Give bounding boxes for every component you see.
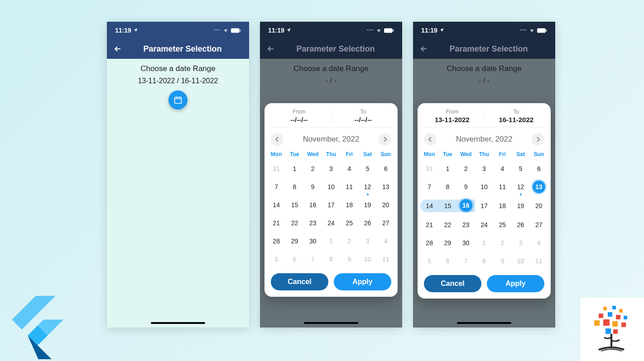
home-indicator[interactable] [457,322,511,324]
calendar-day[interactable]: 19 [358,199,376,211]
calendar-day[interactable]: 3 [358,235,376,247]
calendar-day[interactable]: 18 [493,200,511,212]
calendar-day[interactable]: 11 [530,255,548,267]
back-button[interactable] [266,44,275,53]
calendar-day[interactable]: 24 [322,217,340,229]
calendar-day[interactable]: 6 [438,255,457,267]
calendar-day[interactable]: 17 [475,200,493,212]
calendar-day[interactable]: 7 [457,255,475,267]
calendar-day[interactable]: 20 [530,200,548,212]
calendar-day[interactable]: 5 [511,163,529,175]
calendar-day[interactable]: 21 [420,219,438,231]
calendar-day[interactable]: 12 [511,181,529,193]
calendar-day[interactable]: 15 [285,199,303,211]
calendar-day[interactable]: 1 [285,163,303,175]
apply-button[interactable]: Apply [334,273,391,290]
calendar-day[interactable]: 6 [530,163,548,175]
calendar-day[interactable]: 10 [358,253,376,265]
calendar-day[interactable]: 8 [475,255,493,267]
calendar-day[interactable]: 3 [475,163,493,175]
calendar-day[interactable]: 5 [267,253,285,265]
calendar-day[interactable]: 6 [285,253,303,265]
calendar-day[interactable]: 3 [511,237,529,249]
calendar-day[interactable]: 19 [511,200,529,212]
calendar-day[interactable]: 28 [267,235,285,247]
calendar-day[interactable]: 3 [322,163,340,175]
calendar-day[interactable]: 10 [511,255,529,267]
calendar-day[interactable]: 15 [438,200,457,212]
prev-month-button[interactable] [424,133,437,146]
calendar-day[interactable]: 14 [267,199,285,211]
calendar-day[interactable]: 1 [438,163,457,175]
calendar-day[interactable]: 2 [493,237,511,249]
home-indicator[interactable] [151,322,205,324]
calendar-day[interactable]: 25 [493,219,511,231]
calendar-day[interactable]: 11 [377,253,395,265]
back-button[interactable] [419,44,428,53]
calendar-day[interactable]: 5 [358,163,376,175]
calendar-day[interactable]: 9 [304,181,322,193]
calendar-day[interactable]: 6 [377,163,395,175]
calendar-day[interactable]: 27 [530,219,548,231]
to-column[interactable]: To --/--/-- [332,109,395,124]
calendar-day[interactable]: 8 [438,181,457,193]
calendar-day[interactable]: 30 [304,235,322,247]
cancel-button[interactable]: Cancel [271,273,328,290]
calendar-day[interactable]: 12 [358,181,376,193]
calendar-day-start[interactable]: 13 [533,180,545,193]
calendar-day[interactable]: 31 [420,163,438,175]
from-column[interactable]: From 13-11-2022 [420,109,485,124]
calendar-day[interactable]: 10 [475,181,493,193]
calendar-day[interactable]: 7 [420,181,438,193]
calendar-day[interactable]: 13 [377,181,395,193]
home-indicator[interactable] [304,322,358,324]
calendar-day[interactable]: 14 [420,200,438,212]
calendar-day[interactable]: 27 [377,217,395,229]
calendar-day[interactable]: 29 [438,237,457,249]
calendar-day[interactable]: 9 [457,181,475,193]
calendar-day-end[interactable]: 16 [457,200,475,212]
calendar-day[interactable]: 31 [267,163,285,175]
calendar-day[interactable]: 23 [457,219,475,231]
prev-month-button[interactable] [271,133,284,146]
calendar-day[interactable]: 8 [285,181,303,193]
calendar-day[interactable]: 22 [285,217,303,229]
calendar-day[interactable]: 7 [304,253,322,265]
from-column[interactable]: From --/--/-- [267,109,332,124]
calendar-day[interactable]: 1 [475,237,493,249]
calendar-day[interactable]: 2 [340,235,358,247]
next-month-button[interactable] [379,133,391,146]
calendar-day[interactable]: 23 [304,217,322,229]
calendar-day[interactable]: 8 [322,253,340,265]
calendar-day[interactable]: 7 [267,181,285,193]
calendar-day[interactable]: 4 [340,163,358,175]
calendar-day[interactable]: 30 [457,237,475,249]
calendar-day[interactable]: 2 [457,163,475,175]
calendar-day[interactable]: 21 [267,217,285,229]
calendar-day[interactable]: 26 [358,217,376,229]
calendar-day[interactable]: 4 [377,235,395,247]
calendar-day[interactable]: 16 [304,199,322,211]
calendar-day[interactable]: 10 [322,181,340,193]
open-calendar-button[interactable] [168,90,187,109]
calendar-day[interactable]: 4 [493,163,511,175]
calendar-day[interactable]: 9 [493,255,511,267]
calendar-day[interactable]: 20 [377,199,395,211]
calendar-day[interactable]: 17 [322,199,340,211]
cancel-button[interactable]: Cancel [424,275,481,292]
calendar-day[interactable]: 29 [285,235,303,247]
calendar-day[interactable]: 2 [304,163,322,175]
calendar-day[interactable]: 11 [493,181,511,193]
calendar-day[interactable]: 11 [340,181,358,193]
calendar-day[interactable]: 1 [322,235,340,247]
calendar-day[interactable]: 5 [420,255,438,267]
calendar-day[interactable]: 18 [340,199,358,211]
to-column[interactable]: To 16-11-2022 [485,109,548,124]
calendar-day[interactable]: 22 [438,219,457,231]
apply-button[interactable]: Apply [487,275,544,292]
next-month-button[interactable] [532,133,544,146]
calendar-day[interactable]: 4 [530,237,548,249]
calendar-day[interactable]: 24 [475,219,493,231]
calendar-day[interactable]: 25 [340,217,358,229]
back-button[interactable] [113,44,122,53]
